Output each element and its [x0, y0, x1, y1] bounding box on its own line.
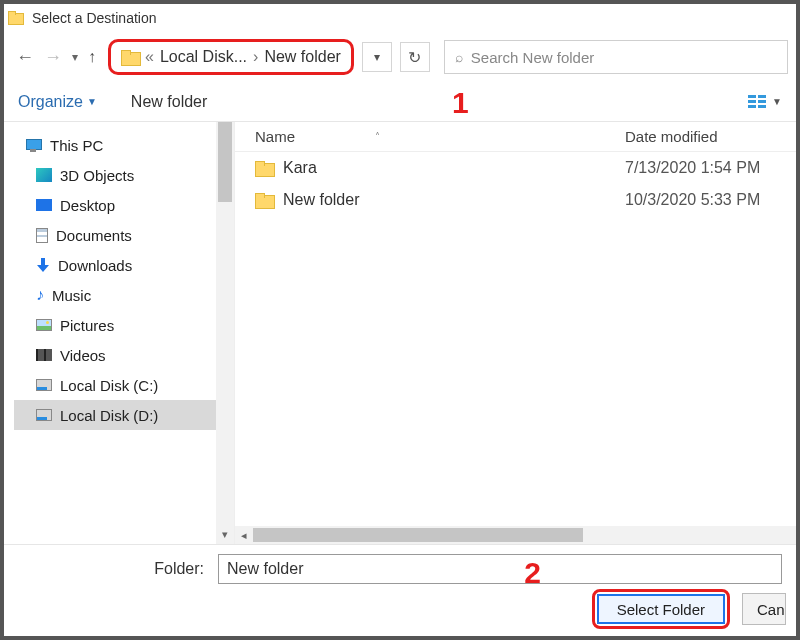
video-icon	[36, 349, 52, 361]
file-name: New folder	[283, 191, 359, 209]
breadcrumb-segment[interactable]: New folder	[264, 48, 340, 66]
tree-item-downloads[interactable]: Downloads	[14, 250, 216, 280]
tree-label: Local Disk (C:)	[60, 377, 158, 394]
tree-label: Pictures	[60, 317, 114, 334]
disk-icon	[36, 379, 52, 391]
organize-label: Organize	[18, 93, 83, 111]
caret-down-icon: ▼	[772, 96, 782, 107]
file-name: Kara	[283, 159, 317, 177]
view-icon	[748, 95, 766, 109]
annotation-highlight-2: Select Folder	[592, 589, 730, 629]
document-icon	[36, 228, 48, 243]
tree-item-this-pc[interactable]: This PC	[14, 130, 216, 160]
tree-label: Documents	[56, 227, 132, 244]
list-item[interactable]: New folder 10/3/2020 5:33 PM	[235, 184, 796, 216]
scrollbar-thumb[interactable]	[218, 122, 232, 202]
horizontal-scrollbar[interactable]: ◂	[235, 526, 796, 544]
tree-label: Downloads	[58, 257, 132, 274]
scroll-left-icon[interactable]: ◂	[235, 526, 253, 544]
column-headers: Name ˄ Date modified	[235, 122, 796, 152]
dialog-body: This PC 3D Objects Desktop Documents Dow…	[4, 122, 796, 544]
tree-item-music[interactable]: ♪ Music	[14, 280, 216, 310]
tree-item-documents[interactable]: Documents	[14, 220, 216, 250]
picture-icon	[36, 319, 52, 331]
annotation-2: 2	[524, 556, 541, 590]
scrollbar-thumb[interactable]	[253, 528, 583, 542]
column-name-label: Name	[255, 128, 295, 145]
cube-icon	[36, 168, 52, 182]
file-date: 7/13/2020 1:54 PM	[625, 159, 796, 177]
download-icon	[36, 258, 50, 272]
tree-label: Music	[52, 287, 91, 304]
search-placeholder: Search New folder	[471, 49, 594, 66]
scroll-down-icon[interactable]: ▾	[216, 528, 234, 544]
select-folder-button[interactable]: Select Folder	[597, 594, 725, 624]
column-date-modified[interactable]: Date modified	[625, 128, 796, 145]
tree-scrollbar[interactable]: ▾	[216, 122, 234, 544]
tree-label: Desktop	[60, 197, 115, 214]
file-list-pane: Name ˄ Date modified Kara 7/13/2020 1:54…	[234, 122, 796, 544]
recent-locations-button[interactable]: ▾	[72, 50, 78, 64]
button-row: Select Folder Can	[4, 587, 796, 637]
tree-label: 3D Objects	[60, 167, 134, 184]
chevron-right-icon: ›	[253, 48, 258, 66]
column-name[interactable]: Name ˄	[255, 128, 625, 145]
dialog-window: Select a Destination ← → ▾ ↑ « Local Dis…	[0, 0, 800, 640]
nav-row: ← → ▾ ↑ « Local Disk... › New folder ▾ ↻…	[4, 32, 796, 82]
breadcrumb-segment[interactable]: Local Disk...	[160, 48, 247, 66]
up-button[interactable]: ↑	[88, 48, 96, 66]
tree-item-videos[interactable]: Videos	[14, 340, 216, 370]
folder-icon	[255, 193, 273, 207]
file-rows: Kara 7/13/2020 1:54 PM New folder 10/3/2…	[235, 152, 796, 526]
tree-item-local-disk-c[interactable]: Local Disk (C:)	[14, 370, 216, 400]
caret-down-icon: ▼	[87, 96, 97, 107]
organize-menu[interactable]: Organize ▼	[18, 93, 97, 111]
tree-label: This PC	[50, 137, 103, 154]
folder-label: Folder:	[18, 560, 208, 578]
tree-item-pictures[interactable]: Pictures	[14, 310, 216, 340]
address-overflow-icon: «	[145, 48, 154, 66]
search-input[interactable]: ⌕ Search New folder	[444, 40, 788, 74]
tree-label: Videos	[60, 347, 106, 364]
music-icon: ♪	[36, 288, 44, 302]
annotation-1: 1	[452, 86, 469, 120]
disk-icon	[36, 409, 52, 421]
address-folder-icon	[121, 50, 139, 64]
search-icon: ⌕	[455, 49, 463, 65]
list-item[interactable]: Kara 7/13/2020 1:54 PM	[235, 152, 796, 184]
window-icon	[8, 11, 26, 25]
file-date: 10/3/2020 5:33 PM	[625, 191, 796, 209]
address-history-button[interactable]: ▾	[362, 42, 392, 72]
tree-label: Local Disk (D:)	[60, 407, 158, 424]
tree-item-local-disk-d[interactable]: Local Disk (D:)	[14, 400, 216, 430]
title-bar: Select a Destination	[4, 4, 796, 32]
refresh-button[interactable]: ↻	[400, 42, 430, 72]
view-options-button[interactable]: ▼	[748, 95, 782, 109]
toolbar: Organize ▼ New folder ▼	[4, 82, 796, 122]
desktop-icon	[36, 199, 52, 211]
sort-asc-icon: ˄	[375, 131, 380, 142]
tree-item-desktop[interactable]: Desktop	[14, 190, 216, 220]
window-title: Select a Destination	[32, 10, 157, 26]
nav-arrows: ← → ▾ ↑	[12, 47, 100, 68]
address-bar[interactable]: « Local Disk... › New folder	[108, 39, 354, 75]
folder-name-input[interactable]	[218, 554, 782, 584]
new-folder-button[interactable]: New folder	[131, 93, 207, 111]
folder-icon	[255, 161, 273, 175]
tree-item-3d-objects[interactable]: 3D Objects	[14, 160, 216, 190]
navigation-pane: This PC 3D Objects Desktop Documents Dow…	[4, 122, 234, 544]
folder-tree[interactable]: This PC 3D Objects Desktop Documents Dow…	[4, 122, 216, 544]
back-button[interactable]: ←	[16, 47, 34, 68]
dialog-footer: Folder: Select Folder Can 2	[4, 544, 796, 636]
pc-icon	[24, 138, 42, 152]
cancel-button[interactable]: Can	[742, 593, 786, 625]
forward-button[interactable]: →	[44, 47, 62, 68]
folder-name-row: Folder:	[4, 545, 796, 587]
